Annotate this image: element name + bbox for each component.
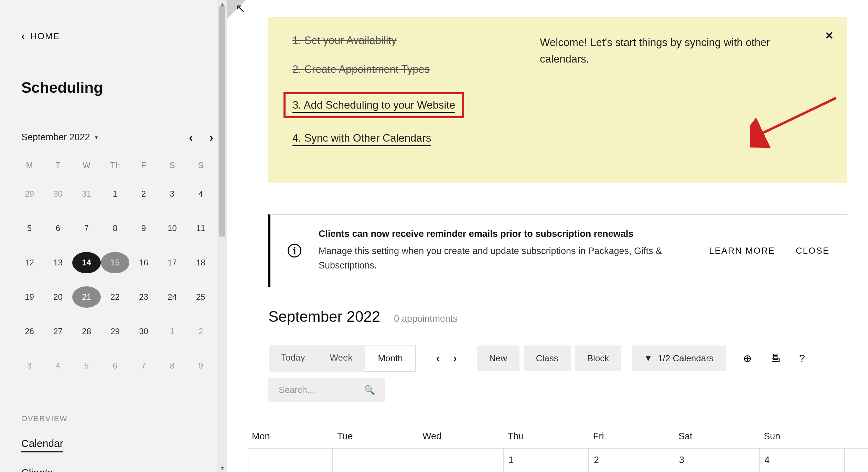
- calendar-filter-button[interactable]: ▼ 1/2 Calendars: [632, 345, 726, 371]
- main-cal-day[interactable]: 2: [589, 449, 674, 472]
- main-cal-dow: Sun: [760, 431, 845, 442]
- mini-cal-day[interactable]: 28: [72, 321, 101, 342]
- notice-desc: Manage this setting when you create and …: [319, 244, 692, 273]
- search-icon: 🔍: [364, 385, 375, 395]
- mini-cal-dow: F: [129, 161, 158, 170]
- today-button[interactable]: Today: [269, 345, 317, 372]
- mini-cal-day[interactable]: 2: [129, 183, 158, 205]
- mini-cal-day[interactable]: 20: [44, 286, 72, 308]
- mini-cal-day[interactable]: 31: [72, 183, 101, 205]
- mini-cal-day[interactable]: 5: [72, 355, 101, 376]
- mini-cal-day[interactable]: 30: [44, 183, 72, 205]
- mini-cal-day[interactable]: 6: [44, 218, 72, 239]
- mini-cal-day[interactable]: 4: [44, 355, 72, 376]
- onboarding-step[interactable]: 4. Sync with Other Calendars: [292, 132, 431, 146]
- mini-cal-day[interactable]: 21: [72, 286, 101, 308]
- mini-cal-day[interactable]: 15: [101, 252, 129, 273]
- home-label: HOME: [30, 31, 60, 42]
- cal-prev-button[interactable]: ‹: [436, 352, 440, 364]
- onboarding-step: 1. Set your Availability: [292, 34, 397, 47]
- week-button[interactable]: Week: [317, 345, 365, 372]
- cal-next-button[interactable]: ›: [453, 352, 457, 364]
- mini-cal-day[interactable]: 12: [15, 252, 44, 273]
- nav-label: Calendar: [21, 438, 63, 452]
- next-month-button[interactable]: ›: [210, 131, 213, 144]
- mini-cal-day[interactable]: 19: [15, 286, 44, 308]
- mini-cal-day[interactable]: 18: [186, 252, 215, 273]
- home-link[interactable]: ‹ HOME: [0, 0, 227, 42]
- main-cal-day[interactable]: 3: [674, 449, 760, 472]
- mini-cal-day[interactable]: 16: [129, 252, 158, 273]
- main-cal-day[interactable]: 4: [760, 449, 845, 472]
- mini-cal-day[interactable]: 11: [186, 218, 215, 239]
- zoom-icon[interactable]: ⊕: [743, 352, 752, 364]
- mini-cal-day[interactable]: 22: [101, 286, 129, 308]
- mini-cal-day[interactable]: 9: [186, 355, 215, 376]
- welcome-text: Welcome! Let's start things by syncing w…: [540, 34, 822, 163]
- search-placeholder: Search...: [279, 385, 314, 395]
- sidebar-nav-clients[interactable]: Clients: [0, 452, 227, 472]
- mini-cal-day[interactable]: 13: [44, 252, 72, 273]
- chevron-left-icon: ‹: [21, 30, 25, 42]
- mini-cal-day[interactable]: 14: [72, 252, 101, 273]
- mini-cal-day[interactable]: 8: [158, 355, 186, 376]
- mini-cal-day[interactable]: 6: [101, 355, 129, 376]
- mini-cal-day[interactable]: 7: [129, 355, 158, 376]
- sidebar-nav-calendar[interactable]: Calendar: [0, 423, 227, 452]
- mini-cal-day[interactable]: 23: [129, 286, 158, 308]
- mini-cal-day[interactable]: 30: [129, 321, 158, 342]
- search-input[interactable]: Search... 🔍: [268, 378, 385, 402]
- main-cal-dow: Wed: [418, 431, 504, 442]
- mini-cal-day[interactable]: 8: [101, 218, 129, 239]
- mini-cal-day[interactable]: 9: [129, 218, 158, 239]
- mini-cal-day[interactable]: 7: [72, 218, 101, 239]
- main-cal-day[interactable]: 1: [504, 449, 589, 472]
- mini-cal-day[interactable]: 25: [186, 286, 215, 308]
- mini-cal-day[interactable]: 10: [158, 218, 186, 239]
- scroll-thumb[interactable]: [219, 6, 225, 237]
- mini-cal-day[interactable]: 17: [158, 252, 186, 273]
- onboarding-step[interactable]: 3. Add Scheduling to your Website: [292, 99, 455, 113]
- onboarding-steps: 1. Set your Availability2. Create Appoin…: [292, 34, 464, 163]
- main-cal-day[interactable]: [418, 449, 504, 472]
- nav-label: Clients: [21, 467, 53, 472]
- main-cal-day[interactable]: [333, 449, 418, 472]
- mini-cal-dow: S: [186, 161, 215, 170]
- main-cal-dow: Tue: [333, 431, 418, 442]
- sidebar-scrollbar[interactable]: ▴ ▾: [217, 0, 227, 472]
- mini-cal-day[interactable]: 1: [158, 321, 186, 342]
- close-notice-link[interactable]: CLOSE: [796, 245, 829, 256]
- class-button[interactable]: Class: [524, 345, 571, 371]
- sidebar: ▴ ▾ ‹ HOME Scheduling September 2022 ▾ ‹…: [0, 0, 227, 472]
- mini-cal-day[interactable]: 1: [101, 183, 129, 205]
- onboarding-step: 2. Create Appointment Types: [292, 63, 430, 76]
- learn-more-link[interactable]: LEARN MORE: [709, 245, 775, 256]
- page-title: Scheduling: [0, 42, 227, 96]
- mini-cal-week: 2930311234: [0, 170, 227, 205]
- mini-cal-week: 3456789: [0, 342, 227, 376]
- mini-cal-day[interactable]: 3: [15, 355, 44, 376]
- month-selector[interactable]: September 2022 ▾: [21, 132, 98, 143]
- mini-cal-day[interactable]: 4: [186, 183, 215, 205]
- mini-cal-day[interactable]: 26: [15, 321, 44, 342]
- block-button[interactable]: Block: [575, 345, 622, 371]
- new-button[interactable]: New: [477, 345, 519, 371]
- collapse-corner[interactable]: ↖: [227, 0, 251, 24]
- month-button[interactable]: Month: [365, 345, 416, 372]
- mini-cal-dow: Th: [101, 161, 129, 170]
- close-icon[interactable]: ✕: [825, 30, 834, 42]
- mini-cal-day[interactable]: 24: [158, 286, 186, 308]
- help-icon[interactable]: ?: [799, 352, 805, 364]
- main-area: ↖ ✕ 1. Set your Availability2. Create Ap…: [227, 0, 868, 472]
- mini-cal-day[interactable]: 2: [186, 321, 215, 342]
- main-cal-dow: Fri: [589, 431, 674, 442]
- print-icon[interactable]: 🖶: [770, 352, 781, 364]
- main-cal-day[interactable]: [248, 449, 333, 472]
- mini-cal-day[interactable]: 3: [158, 183, 186, 205]
- mini-cal-day[interactable]: 29: [15, 183, 44, 205]
- prev-month-button[interactable]: ‹: [189, 131, 193, 144]
- scroll-down-icon[interactable]: ▾: [217, 464, 227, 472]
- mini-cal-day[interactable]: 27: [44, 321, 72, 342]
- mini-cal-day[interactable]: 5: [15, 218, 44, 239]
- mini-cal-day[interactable]: 29: [101, 321, 129, 342]
